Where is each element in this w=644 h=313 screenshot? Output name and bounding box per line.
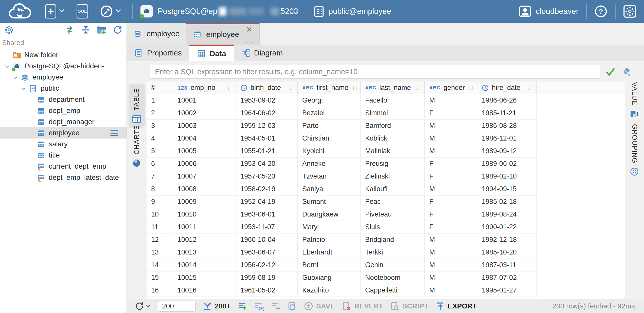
grid-cell[interactable]: 1953-04-20 <box>236 158 298 170</box>
grid-cell[interactable]: Maliniak <box>361 145 425 158</box>
grid-cell[interactable]: Guoxiang <box>298 271 361 284</box>
driver-tools-button[interactable] <box>100 5 121 18</box>
tree-item-department[interactable]: department <box>0 94 127 105</box>
sort-icon[interactable]: ↓↑ <box>524 84 533 91</box>
tree-item-public[interactable]: public <box>0 83 127 94</box>
tree-item-postgresql-ep-hidden-[interactable]: PostgreSQL@ep-hidden-... <box>0 61 127 72</box>
grid-cell[interactable]: Terkki <box>361 246 425 259</box>
help-button[interactable]: ? <box>594 5 607 18</box>
tab-employee-table[interactable]: employee ✕ ... <box>186 23 260 45</box>
grid-cell[interactable]: 1958-02-19 <box>236 183 298 195</box>
tree-item-new-folder[interactable]: New folder <box>0 49 127 61</box>
grid-cell[interactable]: Kalloufi <box>361 183 425 195</box>
grid-cell[interactable]: Parto <box>298 120 361 132</box>
grid-cell[interactable]: 10011 <box>173 221 236 233</box>
grid-cell[interactable]: Eberhardt <box>298 246 361 259</box>
item-menu-icon[interactable] <box>110 130 119 138</box>
grid-cell[interactable]: 1960-10-04 <box>236 233 298 246</box>
grid-cell[interactable]: 1989-02-10 <box>477 170 537 183</box>
grid-cell[interactable]: 1989-08-24 <box>477 208 537 221</box>
sidebar-settings-button[interactable] <box>4 25 14 35</box>
grid-cell[interactable]: 10007 <box>173 170 236 183</box>
sort-icon[interactable]: ↓↑ <box>348 84 357 91</box>
grid-cell[interactable]: Bezalel <box>298 107 361 120</box>
grid-cell[interactable]: 10006 <box>173 158 236 170</box>
grid-cell[interactable]: F <box>425 221 477 233</box>
grid-cell[interactable]: 1992-12-18 <box>477 233 537 246</box>
user-menu[interactable]: cloudbeaver <box>519 5 579 17</box>
grid-cell[interactable]: 1987-07-02 <box>477 271 537 284</box>
grid-cell[interactable]: Duangkaew <box>298 208 361 221</box>
grid-cell[interactable]: 1955-01-21 <box>236 145 298 158</box>
schema-selector[interactable]: public@employee <box>314 6 391 17</box>
tab-employee-database[interactable]: employee <box>127 23 186 45</box>
presentation-tab-table[interactable]: TABLE <box>129 84 145 128</box>
grid-cell[interactable]: Peac <box>361 195 425 208</box>
grid-cell[interactable]: M <box>425 259 477 271</box>
sort-icon[interactable]: ↓↑ <box>412 84 421 91</box>
fetch-more-button[interactable]: 200+ <box>203 302 230 311</box>
grid-cell[interactable]: M <box>425 145 477 158</box>
grid-cell[interactable]: Tzvetan <box>298 170 361 183</box>
grid-column-header-emp_no[interactable]: 123emp_no↓↑ <box>173 82 236 94</box>
grid-cell[interactable]: 1961-05-02 <box>236 284 298 297</box>
grid-cell[interactable]: 1986-06-26 <box>477 94 537 107</box>
auto-refresh-button[interactable] <box>288 301 297 311</box>
grid-cell[interactable]: 1953-09-02 <box>236 94 298 107</box>
grid-cell[interactable]: 10013 <box>173 246 236 259</box>
grid-column-header-index[interactable]: # <box>147 82 173 94</box>
tree-item-dept-emp[interactable]: dept_emp <box>0 105 127 116</box>
page-size-input[interactable] <box>158 301 196 311</box>
grid-cell[interactable]: M <box>425 132 477 145</box>
chevron-down-icon[interactable] <box>12 74 19 81</box>
grid-column-header-last_name[interactable]: ABClast_name↓↑ <box>361 82 425 94</box>
save-button[interactable]: SAVE <box>304 302 335 311</box>
tree-item-dept-manager[interactable]: dept_manager <box>0 116 127 127</box>
apply-filter-icon[interactable] <box>605 67 616 76</box>
grid-column-header-hire_date[interactable]: hire_date↓↑ <box>477 82 537 94</box>
grid-cell[interactable]: 1952-04-19 <box>236 195 298 208</box>
grid-cell[interactable]: M <box>425 233 477 246</box>
script-button[interactable]: SCRIPT <box>390 302 428 311</box>
grid-cell[interactable]: F <box>425 170 477 183</box>
grid-cell[interactable]: Anneke <box>298 158 361 170</box>
tab-properties[interactable]: Properties <box>127 45 189 61</box>
grid-cell[interactable]: Kyoichi <box>298 145 361 158</box>
duplicate-row-button[interactable]: (+) <box>254 302 264 311</box>
panel-tab-value[interactable]: VALUE <box>627 82 642 119</box>
refresh-tree-button[interactable] <box>113 25 122 35</box>
chevron-down-icon[interactable] <box>20 85 27 92</box>
collapse-all-button[interactable] <box>81 25 91 34</box>
grid-cell[interactable]: Facello <box>361 94 425 107</box>
grid-cell[interactable]: Patricio <box>298 233 361 246</box>
grid-cell[interactable]: 1989-09-12 <box>477 145 537 158</box>
grid-cell[interactable]: 10010 <box>173 208 236 221</box>
tree-item-title[interactable]: title <box>0 150 127 161</box>
tree-item-dept-emp-latest-date[interactable]: dept_emp_latest_date <box>0 172 127 183</box>
chevron-down-icon[interactable] <box>4 63 11 70</box>
close-tab-icon[interactable]: ✕ <box>246 26 252 33</box>
grid-cell[interactable]: 1990-01-22 <box>477 221 537 233</box>
grid-cell[interactable]: Kazuhito <box>298 284 361 297</box>
grid-cell[interactable]: M <box>425 284 477 297</box>
grid-cell[interactable]: 10002 <box>173 107 236 120</box>
grid-cell[interactable]: 10008 <box>173 183 236 195</box>
grid-cell[interactable]: 1995-01-27 <box>477 284 537 297</box>
grid-cell[interactable]: 1989-06-02 <box>477 158 537 170</box>
grid-cell[interactable]: M <box>425 246 477 259</box>
tree-item-employee[interactable]: employee <box>0 127 127 139</box>
grid-cell[interactable]: 10012 <box>173 233 236 246</box>
grid-cell[interactable]: 1985-11-21 <box>477 107 537 120</box>
revert-button[interactable]: REVERT <box>342 302 383 311</box>
grid-cell[interactable]: Mary <box>298 221 361 233</box>
sort-icon[interactable]: ↓↑ <box>223 84 232 91</box>
grid-cell[interactable]: 10004 <box>173 132 236 145</box>
tree-item-employee[interactable]: employee <box>0 72 127 83</box>
new-folder-button[interactable] <box>97 25 107 34</box>
new-object-button[interactable] <box>45 4 64 18</box>
grid-cell[interactable]: Koblick <box>361 132 425 145</box>
connection-selector[interactable]: PostgreSQL@ep 5203 <box>140 5 298 17</box>
grid-cell[interactable]: Sumant <box>298 195 361 208</box>
grid-cell[interactable]: F <box>425 195 477 208</box>
grid-cell[interactable]: Simmel <box>361 107 425 120</box>
